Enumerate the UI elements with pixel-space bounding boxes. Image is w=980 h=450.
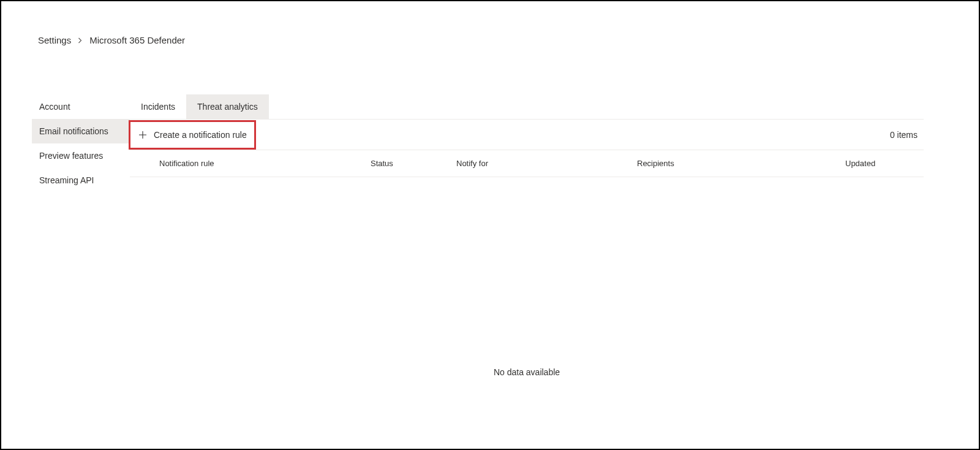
settings-sidebar: Account Email notifications Preview feat… bbox=[32, 94, 130, 377]
create-notification-rule-button[interactable]: Create a notification rule bbox=[129, 120, 256, 150]
tabs: Incidents Threat analytics bbox=[130, 94, 924, 120]
sidebar-item-email-notifications[interactable]: Email notifications bbox=[32, 119, 130, 143]
main-content: Incidents Threat analytics Create a noti… bbox=[130, 94, 924, 377]
item-count: 0 items bbox=[890, 130, 924, 140]
chevron-right-icon bbox=[77, 36, 83, 45]
toolbar: Create a notification rule 0 items bbox=[130, 120, 924, 150]
tab-threat-analytics[interactable]: Threat analytics bbox=[186, 94, 269, 119]
column-notify-for[interactable]: Notify for bbox=[456, 159, 637, 168]
sidebar-item-account[interactable]: Account bbox=[32, 94, 130, 119]
sidebar-item-streaming-api[interactable]: Streaming API bbox=[32, 168, 130, 193]
breadcrumb-current: Microsoft 365 Defender bbox=[89, 35, 185, 45]
breadcrumb-parent[interactable]: Settings bbox=[38, 35, 71, 45]
create-button-label: Create a notification rule bbox=[154, 130, 247, 140]
column-notification-rule[interactable]: Notification rule bbox=[159, 159, 371, 168]
column-recipients[interactable]: Recipients bbox=[637, 159, 845, 168]
plus-icon bbox=[138, 130, 148, 140]
sidebar-item-preview-features[interactable]: Preview features bbox=[32, 143, 130, 168]
table-header: Notification rule Status Notify for Reci… bbox=[130, 150, 924, 177]
column-updated[interactable]: Updated bbox=[845, 159, 924, 168]
tab-incidents[interactable]: Incidents bbox=[130, 94, 186, 119]
column-status[interactable]: Status bbox=[371, 159, 456, 168]
empty-state-message: No data available bbox=[130, 177, 924, 377]
breadcrumb: Settings Microsoft 365 Defender bbox=[1, 1, 979, 45]
column-checkbox bbox=[130, 159, 159, 168]
